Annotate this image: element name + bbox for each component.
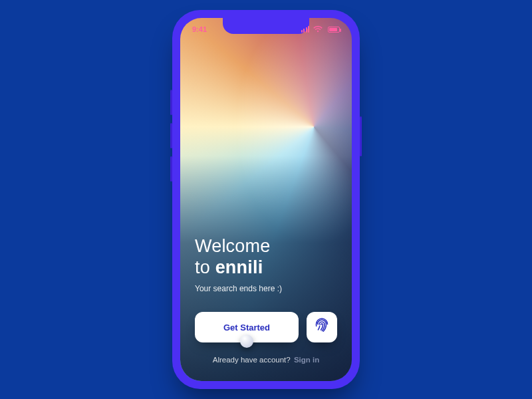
screen: 9:41 Welcome to ennili Your search ends …: [180, 18, 352, 381]
subtitle: Your search ends here :): [195, 284, 337, 293]
headline-line2-prefix: to: [195, 257, 215, 277]
brand-name: ennili: [215, 257, 263, 277]
phone-frame: 9:41 Welcome to ennili Your search ends …: [172, 10, 360, 389]
battery-icon: [328, 27, 340, 33]
cta-row: Get Started: [195, 312, 337, 342]
welcome-content: Welcome to ennili Your search ends here …: [180, 18, 352, 381]
status-bar: 9:41: [180, 23, 352, 35]
cursor-indicator-icon: [240, 334, 253, 348]
signin-link[interactable]: Sign in: [294, 356, 319, 364]
fingerprint-button[interactable]: [307, 312, 337, 342]
headline-line1: Welcome: [195, 236, 270, 256]
fingerprint-icon: [314, 318, 330, 336]
get-started-button[interactable]: Get Started: [195, 312, 299, 342]
headline: Welcome to ennili: [195, 236, 337, 279]
cellular-signal-icon: [301, 26, 310, 33]
signin-prompt: Already have account?: [213, 356, 291, 364]
get-started-label: Get Started: [223, 323, 270, 332]
wifi-icon: [313, 26, 323, 33]
signin-row: Already have account? Sign in: [195, 356, 337, 364]
status-time: 9:41: [192, 25, 207, 33]
